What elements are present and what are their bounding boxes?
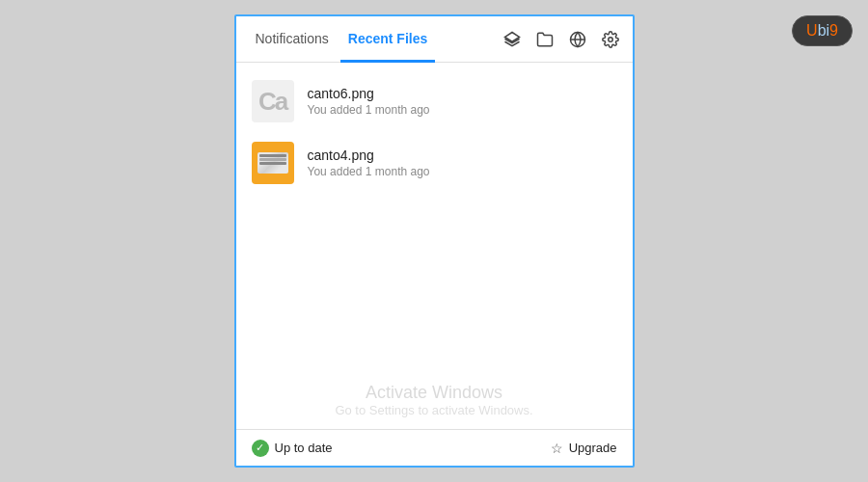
tabs-bar: Notifications Recent Files: [236, 16, 633, 63]
file-name: canto6.png: [308, 86, 430, 101]
status-area: ✓ Up to date: [252, 440, 333, 457]
star-icon: ☆: [551, 441, 563, 456]
file-info: canto6.png You added 1 month ago: [308, 86, 430, 117]
page-wrapper: Notifications Recent Files: [0, 0, 868, 482]
globe-icon[interactable]: [567, 29, 588, 50]
file-meta: You added 1 month ago: [308, 103, 430, 117]
logo-part-b: b: [818, 22, 827, 40]
list-item[interactable]: canto4.png You added 1 month ago: [236, 132, 633, 194]
status-label: Up to date: [275, 441, 333, 455]
file-info: canto4.png You added 1 month ago: [308, 147, 430, 178]
layers-icon[interactable]: [502, 29, 523, 50]
upgrade-button[interactable]: ☆ Upgrade: [551, 441, 617, 456]
list-item[interactable]: Ca canto6.png You added 1 month ago: [236, 70, 633, 132]
logo-part-9: 9: [829, 22, 838, 40]
logo-badge: U b i 9: [792, 15, 853, 46]
tab-notifications[interactable]: Notifications: [248, 17, 337, 63]
logo-part-u: U: [806, 22, 818, 40]
svg-point-3: [608, 37, 612, 41]
folder-icon[interactable]: [534, 29, 556, 50]
file-meta: You added 1 month ago: [308, 165, 430, 178]
file-thumbnail-canto6: Ca: [252, 80, 294, 122]
file-name: canto4.png: [308, 147, 430, 163]
settings-icon[interactable]: [600, 29, 621, 50]
upgrade-label: Upgrade: [569, 441, 617, 455]
status-check-icon: ✓: [252, 440, 269, 457]
tab-recent-files[interactable]: Recent Files: [340, 17, 435, 63]
file-thumbnail-canto4: [252, 142, 294, 184]
panel: Notifications Recent Files: [234, 14, 635, 468]
file-list: Ca canto6.png You added 1 month ago: [236, 63, 633, 429]
toolbar-icons: [502, 29, 621, 50]
panel-footer: ✓ Up to date ☆ Upgrade: [236, 429, 633, 466]
